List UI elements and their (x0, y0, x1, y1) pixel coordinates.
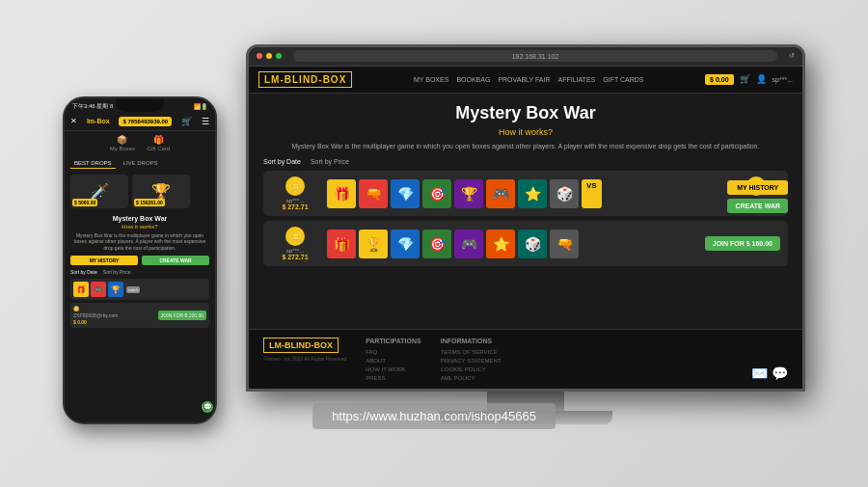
phone-game-row-1: 🎁 🎮 🏆 watch (70, 279, 209, 300)
monitor-nav-right: $ 0.00 🛒 👤 sp***... (705, 74, 793, 85)
phone-join-button[interactable]: JOIN FOR $ 220.00 (158, 311, 206, 320)
phone-sort-date[interactable]: Sort by Date (70, 269, 97, 275)
phone-close-icon: ✕ (70, 117, 77, 125)
phone-box-1-price: $ 5060.00 (72, 199, 97, 206)
phone-create-button[interactable]: CREATE WAR (142, 256, 209, 265)
game-box: 💎 (391, 179, 420, 208)
phone-mini-box: 🏆 (108, 282, 123, 297)
footer-col-participations: PARTICIPATIONS FAQ ABOUT HOW IT WORK PRE… (366, 338, 421, 381)
phone-player-info: 🪙 ZXFB0008@rby.com $ 0.00 (73, 306, 118, 325)
game-box: 🔫 (550, 230, 579, 258)
phone-menu-icon: ☰ (202, 117, 209, 126)
phone-sort-price[interactable]: Sort by Price (103, 269, 131, 275)
footer-col-informations: INFORMATIONS TERMS OF SERVICE PRIVACY ST… (441, 338, 502, 381)
phone-tab-livedrops[interactable]: LIVE DROPS (120, 158, 162, 169)
game-box: 🎲 (550, 179, 579, 208)
monitor-nav-fair[interactable]: PROVABLY FAIR (498, 76, 550, 83)
phone-nav-myboxes-label: My Boxes (110, 146, 135, 151)
phone-sort: Sort by Date Sort by Price (70, 269, 209, 275)
footer-item-aml[interactable]: AML POLICY (441, 375, 502, 381)
monitor: 192.168.31.102 ↺ LM-BLIND-BOX MY BOXES B… (246, 44, 805, 392)
footer-item-terms[interactable]: TERMS OF SERVICE (441, 349, 502, 355)
footer-item-cookie[interactable]: COOKIE POLICY (441, 366, 502, 372)
monitor-footer: LM-BLIND-BOX ©Vimeo · Inc 2022 All Right… (249, 329, 802, 389)
game-box: 🎮 (486, 179, 515, 208)
monitor-history-button[interactable]: MY HISTORY (727, 180, 788, 195)
phone-mini-box: 🎮 (91, 282, 106, 297)
footer-item-press[interactable]: PRESS (366, 375, 421, 381)
monitor-username: sp***... (773, 76, 793, 83)
footer-brand: LM-BLIND-BOX ©Vimeo · Inc 2022 All Right… (263, 338, 346, 381)
phone-nav: 📦 My Boxes 🎁 Gift Card (65, 131, 215, 155)
gift-icon: 🎁 (153, 135, 164, 145)
phone-player-price: $ 0.00 (73, 319, 118, 325)
monitor-url-bar[interactable]: 192.168.31.102 (293, 50, 777, 62)
monitor-sort-date[interactable]: Sort by Date (263, 158, 301, 165)
phone-screen: 下午3:46 星期 8 📶🔋 ✕ lm-Box $ 7856493939.00 … (65, 98, 215, 422)
monitor-screen: LM-BLIND-BOX MY BOXES BOOKBAG PROVABLY F… (249, 67, 802, 389)
monitor-page-title: Mystery Box War (263, 103, 788, 123)
phone-tab-bestdrops[interactable]: BEST DROPS (70, 158, 116, 169)
monitor-cart-icon: 🛒 (740, 74, 750, 84)
phone-player-coin: 🪙 (73, 306, 118, 311)
game-box: 🎯 (422, 179, 451, 208)
phone-history-button[interactable]: MY HISTORY (70, 256, 138, 265)
game-join-button[interactable]: JOIN FOR $ 160.00 (705, 236, 780, 251)
phone-cart-icon: 🛒 (181, 117, 192, 126)
phone-mockup: 下午3:46 星期 8 📶🔋 ✕ lm-Box $ 7856493939.00 … (63, 96, 217, 424)
game-box: 🎯 (422, 230, 451, 258)
phone-content: Mystery Box War How it works? Mystery Bo… (65, 211, 215, 422)
game-box: 💎 (391, 230, 420, 258)
game-box: 🎁 (327, 179, 356, 208)
game-box: ⭐ (486, 230, 515, 258)
phone-watch-badge[interactable]: watch (126, 286, 140, 293)
monitor-how-label: How it works? (263, 127, 788, 137)
monitor-nav-links: MY BOXES BOOKBAG PROVABLY FAIR AFFILIATE… (414, 76, 644, 83)
phone-nav-giftcard-label: Gift Card (147, 146, 170, 151)
monitor-browser-bar: 192.168.31.102 ↺ (249, 47, 802, 67)
phone-box-2-price: $ 150261.00 (134, 199, 165, 206)
phone-mini-box: 🎁 (73, 282, 89, 297)
game-row-1: 🪙 sp***... $ 272.71 🎁 🔫 💎 🎯 🏆 🎮 (263, 171, 788, 216)
monitor-balance: $ 0.00 (705, 74, 733, 85)
monitor-min-dot (266, 53, 272, 59)
phone-chat-icon: 💬 (202, 401, 213, 413)
phone-game-boxes-1: 🎁 🎮 🏆 (73, 282, 123, 297)
phone-box-2[interactable]: 🏆 $ 150261.00 (132, 175, 190, 208)
game-boxes-row-2: 🎁 🏆 💎 🎯 🎮 ⭐ 🎲 🔫 (327, 230, 697, 258)
phone-nav-giftcard[interactable]: 🎁 Gift Card (147, 135, 170, 151)
monitor-mockup: 192.168.31.102 ↺ LM-BLIND-BOX MY BOXES B… (246, 44, 805, 424)
phone-balance: $ 7856493939.00 (119, 117, 172, 126)
footer-item-privacy[interactable]: PRIVACY STATEMENT (441, 358, 502, 364)
phone-box-1[interactable]: 🗡️ $ 5060.00 (70, 175, 128, 208)
phone-time: 下午3:46 星期 8 (72, 102, 113, 111)
phone-nav-myboxes[interactable]: 📦 My Boxes (110, 135, 135, 151)
monitor-nav-myboxes[interactable]: MY BOXES (414, 76, 448, 83)
game-box: 🎲 (518, 230, 547, 258)
monitor-nav-giftcards[interactable]: GIFT CARDS (603, 76, 643, 83)
game-player3-avatar: 🪙 (285, 227, 305, 246)
footer-social: ✉️ 💬 (751, 338, 788, 381)
monitor-user-icon: 👤 (756, 74, 767, 84)
game-player3-price: $ 272.71 (282, 254, 308, 260)
footer-item-howitwork[interactable]: HOW IT WORK (366, 366, 421, 372)
monitor-sort-price[interactable]: Sort by Price (311, 158, 349, 165)
monitor-nav-affiliates[interactable]: AFFILIATES (557, 76, 595, 83)
monitor-nav-bookbag[interactable]: BOOKBAG (456, 76, 490, 83)
game-box: 🏆 (454, 179, 483, 208)
footer-item-about[interactable]: ABOUT (366, 358, 421, 364)
monitor-site-logo: LM-BLIND-BOX (258, 71, 352, 88)
phone-desc: Mystery Box War is the multiplayer game … (70, 232, 209, 252)
game-box: 🎁 (327, 230, 356, 258)
monitor-main: Mystery Box War How it works? Mystery Bo… (249, 94, 802, 282)
monitor-reload-icon: ↺ (789, 52, 795, 60)
game-player1-price: $ 272.71 (282, 203, 308, 210)
footer-item-faq[interactable]: FAQ (366, 349, 421, 355)
monitor-sort: Sort by Date Sort by Price (263, 158, 788, 165)
monitor-create-button[interactable]: CREATE WAR (727, 199, 788, 213)
game-player1-info: 🪙 sp***... $ 272.71 (271, 176, 319, 210)
phone-page-title: Mystery Box War (70, 215, 209, 222)
monitor-max-dot (276, 53, 282, 59)
footer-chat-icon: 💬 (772, 365, 788, 381)
watermark: https://www.huzhan.com/ishop45665 (312, 403, 556, 429)
